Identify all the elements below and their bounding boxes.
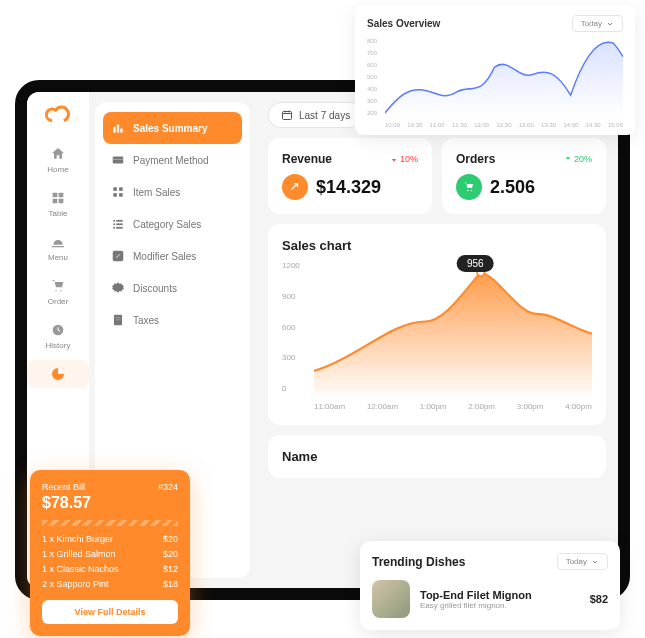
overview-title: Sales Overview bbox=[367, 18, 440, 29]
svg-rect-17 bbox=[116, 223, 122, 225]
sidebar-item-label: Table bbox=[48, 209, 67, 218]
svg-rect-1 bbox=[59, 193, 64, 198]
cart-icon bbox=[50, 278, 66, 294]
menu-payment-method[interactable]: Payment Method bbox=[103, 144, 242, 176]
dish-price: $82 bbox=[590, 593, 608, 605]
overview-range-select[interactable]: Today bbox=[572, 15, 623, 32]
recent-bill-card: Recent Bill#324 $78.57 1 x Kimchi Burger… bbox=[30, 470, 190, 636]
svg-rect-13 bbox=[119, 193, 123, 197]
bill-line: 1 x Classic Nachos$12 bbox=[42, 564, 178, 574]
view-details-button[interactable]: View Full Details bbox=[42, 600, 178, 624]
svg-rect-16 bbox=[113, 223, 115, 225]
svg-rect-2 bbox=[53, 199, 58, 204]
dish-icon bbox=[50, 234, 66, 250]
dish-desc: Easy grilled filet mignon. bbox=[420, 601, 580, 610]
svg-rect-23 bbox=[116, 319, 121, 320]
orders-value: 2.506 bbox=[490, 177, 535, 198]
sidebar-item-history[interactable]: History bbox=[27, 316, 89, 356]
menu-modifier-sales[interactable]: Modifier Sales bbox=[103, 240, 242, 272]
sales-overview-card: Sales OverviewToday 80070060050040030020… bbox=[355, 5, 635, 135]
orders-title: Orders bbox=[456, 152, 495, 166]
list-icon bbox=[111, 217, 125, 231]
overview-x-axis: 10:0010:3011:0011:3012:0012:3013:0013:30… bbox=[385, 122, 623, 128]
doc-icon bbox=[111, 313, 125, 327]
svg-rect-15 bbox=[116, 220, 122, 222]
svg-rect-19 bbox=[116, 227, 122, 229]
area-chart-svg bbox=[314, 261, 592, 393]
orders-card: Orders20% 2.506 bbox=[442, 138, 606, 214]
main-content: Last 7 days Revenue10% $14.329 Orders20%… bbox=[256, 92, 618, 588]
arrow-down-icon bbox=[390, 155, 398, 163]
svg-rect-14 bbox=[113, 220, 115, 222]
menu-item-label: Sales Summary bbox=[133, 123, 208, 134]
bill-line: 1 x Kimchi Burger$20 bbox=[42, 534, 178, 544]
sales-chart-title: Sales chart bbox=[282, 238, 592, 253]
bill-amount: $78.57 bbox=[42, 494, 178, 512]
arrow-up-icon bbox=[564, 155, 572, 163]
menu-item-label: Category Sales bbox=[133, 219, 201, 230]
cart-circle-icon bbox=[456, 174, 482, 200]
menu-discounts[interactable]: Discounts bbox=[103, 272, 242, 304]
sidebar-item-label: Order bbox=[48, 297, 68, 306]
dish-image bbox=[372, 580, 410, 618]
svg-rect-5 bbox=[113, 127, 115, 133]
svg-rect-9 bbox=[113, 159, 124, 160]
overview-line-svg bbox=[385, 38, 623, 116]
svg-rect-12 bbox=[113, 193, 117, 197]
orders-delta: 20% bbox=[564, 154, 592, 164]
brand-logo bbox=[44, 102, 72, 130]
bill-line: 2 x Sapporo Pint$18 bbox=[42, 579, 178, 589]
bars-icon bbox=[111, 121, 125, 135]
tag-icon bbox=[111, 281, 125, 295]
wallet-icon bbox=[111, 153, 125, 167]
svg-rect-0 bbox=[53, 193, 58, 198]
squares-icon bbox=[111, 185, 125, 199]
menu-item-label: Taxes bbox=[133, 315, 159, 326]
sidebar-item-label: Home bbox=[47, 165, 68, 174]
home-icon bbox=[50, 146, 66, 162]
trending-dishes-card: Trending DishesToday Top-End Filet Migno… bbox=[360, 541, 620, 630]
date-range-label: Last 7 days bbox=[299, 110, 350, 121]
svg-rect-6 bbox=[117, 125, 119, 133]
menu-taxes[interactable]: Taxes bbox=[103, 304, 242, 336]
clock-icon bbox=[50, 322, 66, 338]
svg-rect-3 bbox=[59, 199, 64, 204]
menu-item-label: Modifier Sales bbox=[133, 251, 196, 262]
svg-rect-22 bbox=[116, 317, 121, 318]
menu-item-sales[interactable]: Item Sales bbox=[103, 176, 242, 208]
y-axis: 12009006003000 bbox=[282, 261, 300, 393]
chevron-down-icon bbox=[606, 20, 614, 28]
trending-title: Trending Dishes bbox=[372, 555, 465, 569]
trend-icon bbox=[282, 174, 308, 200]
menu-category-sales[interactable]: Category Sales bbox=[103, 208, 242, 240]
calendar-icon bbox=[281, 109, 293, 121]
bill-id: #324 bbox=[158, 482, 178, 492]
x-axis: 11:00am12:00am1:00pm2:00pm3:00pm4:00pm bbox=[314, 402, 592, 411]
dish-name: Top-End Filet Mignon bbox=[420, 589, 580, 601]
revenue-delta: 10% bbox=[390, 154, 418, 164]
overview-y-axis: 800700600500400300200 bbox=[367, 38, 377, 116]
sidebar-item-home[interactable]: Home bbox=[27, 140, 89, 180]
sidebar-item-label: History bbox=[46, 341, 71, 350]
revenue-value: $14.329 bbox=[316, 177, 381, 198]
dish-row[interactable]: Top-End Filet MignonEasy grilled filet m… bbox=[372, 580, 608, 618]
sidebar-item-table[interactable]: Table bbox=[27, 184, 89, 224]
grid-icon bbox=[50, 190, 66, 206]
pie-icon bbox=[50, 366, 66, 382]
menu-item-label: Payment Method bbox=[133, 155, 209, 166]
sidebar-item-menu[interactable]: Menu bbox=[27, 228, 89, 268]
sidebar-item-order[interactable]: Order bbox=[27, 272, 89, 312]
revenue-card: Revenue10% $14.329 bbox=[268, 138, 432, 214]
sales-chart: 12009006003000 956 11:00am12:00am1:00pm2… bbox=[282, 261, 592, 411]
sidebar-item-reports[interactable] bbox=[27, 360, 89, 388]
trending-range-select[interactable]: Today bbox=[557, 553, 608, 570]
svg-rect-24 bbox=[283, 112, 292, 120]
menu-sales-summary[interactable]: Sales Summary bbox=[103, 112, 242, 144]
revenue-title: Revenue bbox=[282, 152, 332, 166]
svg-rect-18 bbox=[113, 227, 115, 229]
sales-chart-card: Sales chart 12009006003000 956 11:00am12… bbox=[268, 224, 606, 425]
date-range-selector[interactable]: Last 7 days bbox=[268, 102, 363, 128]
receipt-divider bbox=[42, 520, 178, 526]
bill-title: Recent Bill bbox=[42, 482, 85, 492]
bill-line: 1 x Grilled Salmon$20 bbox=[42, 549, 178, 559]
